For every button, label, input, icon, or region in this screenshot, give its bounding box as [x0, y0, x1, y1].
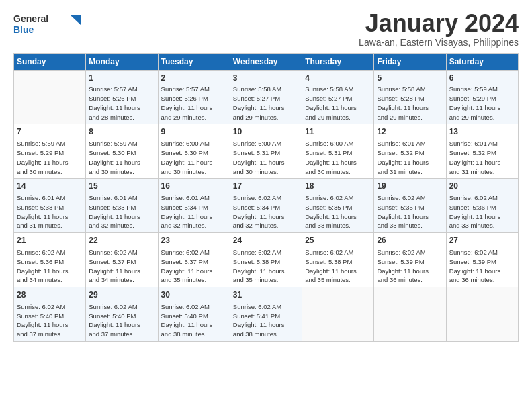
day-number: 27 — [449, 235, 515, 246]
day-info: Sunrise: 6:02 AM Sunset: 5:40 PM Dayligh… — [89, 302, 154, 339]
day-info: Sunrise: 5:58 AM Sunset: 5:27 PM Dayligh… — [233, 85, 299, 122]
table-row: 25Sunrise: 6:02 AM Sunset: 5:38 PM Dayli… — [302, 233, 374, 287]
day-number: 1 — [89, 73, 154, 84]
day-info: Sunrise: 5:59 AM Sunset: 5:29 PM Dayligh… — [449, 85, 515, 122]
table-row: 11Sunrise: 6:00 AM Sunset: 5:31 PM Dayli… — [302, 124, 374, 179]
day-info: Sunrise: 6:01 AM Sunset: 5:32 PM Dayligh… — [449, 139, 515, 176]
weekday-header-row: Sunday Monday Tuesday Wednesday Thursday… — [14, 53, 519, 70]
month-title: January 2024 — [359, 10, 519, 37]
day-number: 17 — [233, 181, 299, 192]
table-row: 27Sunrise: 6:02 AM Sunset: 5:39 PM Dayli… — [446, 233, 518, 287]
table-row: 8Sunrise: 5:59 AM Sunset: 5:30 PM Daylig… — [86, 124, 158, 179]
logo: General Blue — [13, 10, 81, 40]
day-info: Sunrise: 6:02 AM Sunset: 5:41 PM Dayligh… — [233, 302, 299, 339]
table-row — [302, 287, 374, 342]
table-row: 12Sunrise: 6:01 AM Sunset: 5:32 PM Dayli… — [374, 124, 446, 179]
day-number: 16 — [161, 181, 227, 192]
day-number: 7 — [17, 126, 83, 138]
table-row: 2Sunrise: 5:57 AM Sunset: 5:26 PM Daylig… — [158, 70, 230, 124]
table-row: 30Sunrise: 6:02 AM Sunset: 5:40 PM Dayli… — [158, 287, 230, 342]
day-info: Sunrise: 6:02 AM Sunset: 5:34 PM Dayligh… — [233, 193, 299, 230]
week-row-5: 28Sunrise: 6:02 AM Sunset: 5:40 PM Dayli… — [14, 287, 519, 342]
header: General Blue January 2024 Lawa-an, Easte… — [13, 10, 519, 48]
header-sunday: Sunday — [14, 53, 86, 70]
table-row: 16Sunrise: 6:01 AM Sunset: 5:34 PM Dayli… — [158, 179, 230, 233]
day-info: Sunrise: 6:01 AM Sunset: 5:32 PM Dayligh… — [377, 139, 443, 176]
table-row: 23Sunrise: 6:02 AM Sunset: 5:37 PM Dayli… — [158, 233, 230, 287]
calendar-table: Sunday Monday Tuesday Wednesday Thursday… — [13, 53, 519, 342]
table-row: 3Sunrise: 5:58 AM Sunset: 5:27 PM Daylig… — [230, 70, 302, 124]
logo-text: General Blue — [13, 10, 81, 40]
week-row-3: 14Sunrise: 6:01 AM Sunset: 5:33 PM Dayli… — [14, 179, 519, 233]
table-row — [14, 70, 86, 124]
day-info: Sunrise: 6:02 AM Sunset: 5:38 PM Dayligh… — [305, 248, 371, 285]
day-info: Sunrise: 6:02 AM Sunset: 5:38 PM Dayligh… — [233, 248, 299, 285]
day-number: 13 — [449, 126, 515, 138]
day-number: 15 — [89, 181, 154, 192]
svg-text:Blue: Blue — [13, 24, 34, 35]
day-number: 21 — [17, 235, 83, 246]
day-number: 30 — [161, 289, 227, 301]
day-info: Sunrise: 6:02 AM Sunset: 5:35 PM Dayligh… — [305, 193, 371, 230]
day-number: 6 — [449, 73, 515, 84]
day-info: Sunrise: 6:02 AM Sunset: 5:36 PM Dayligh… — [17, 248, 83, 285]
day-number: 19 — [377, 181, 443, 192]
day-number: 8 — [89, 126, 154, 138]
svg-marker-1 — [71, 15, 81, 25]
day-info: Sunrise: 6:02 AM Sunset: 5:36 PM Dayligh… — [449, 193, 515, 230]
table-row: 20Sunrise: 6:02 AM Sunset: 5:36 PM Dayli… — [446, 179, 518, 233]
header-thursday: Thursday — [302, 53, 374, 70]
location: Lawa-an, Eastern Visayas, Philippines — [359, 37, 519, 48]
table-row: 18Sunrise: 6:02 AM Sunset: 5:35 PM Dayli… — [302, 179, 374, 233]
table-row: 10Sunrise: 6:00 AM Sunset: 5:31 PM Dayli… — [230, 124, 302, 179]
day-number: 25 — [305, 235, 371, 246]
day-info: Sunrise: 6:01 AM Sunset: 5:33 PM Dayligh… — [89, 193, 154, 230]
week-row-2: 7Sunrise: 5:59 AM Sunset: 5:29 PM Daylig… — [14, 124, 519, 179]
day-number: 12 — [377, 126, 443, 138]
day-info: Sunrise: 6:01 AM Sunset: 5:33 PM Dayligh… — [17, 193, 83, 230]
week-row-4: 21Sunrise: 6:02 AM Sunset: 5:36 PM Dayli… — [14, 233, 519, 287]
day-number: 31 — [233, 289, 299, 301]
table-row: 9Sunrise: 6:00 AM Sunset: 5:30 PM Daylig… — [158, 124, 230, 179]
day-info: Sunrise: 6:02 AM Sunset: 5:35 PM Dayligh… — [377, 193, 443, 230]
day-number: 20 — [449, 181, 515, 192]
table-row: 31Sunrise: 6:02 AM Sunset: 5:41 PM Dayli… — [230, 287, 302, 342]
day-info: Sunrise: 6:02 AM Sunset: 5:39 PM Dayligh… — [377, 248, 443, 285]
day-number: 28 — [17, 289, 83, 301]
day-info: Sunrise: 5:57 AM Sunset: 5:26 PM Dayligh… — [161, 85, 227, 122]
week-row-1: 1Sunrise: 5:57 AM Sunset: 5:26 PM Daylig… — [14, 70, 519, 124]
day-info: Sunrise: 6:00 AM Sunset: 5:31 PM Dayligh… — [305, 139, 371, 176]
day-info: Sunrise: 5:58 AM Sunset: 5:28 PM Dayligh… — [377, 85, 443, 122]
day-number: 18 — [305, 181, 371, 192]
day-number: 11 — [305, 126, 371, 138]
day-number: 5 — [377, 73, 443, 84]
table-row: 5Sunrise: 5:58 AM Sunset: 5:28 PM Daylig… — [374, 70, 446, 124]
table-row: 28Sunrise: 6:02 AM Sunset: 5:40 PM Dayli… — [14, 287, 86, 342]
day-info: Sunrise: 6:02 AM Sunset: 5:40 PM Dayligh… — [17, 302, 83, 339]
day-info: Sunrise: 6:00 AM Sunset: 5:31 PM Dayligh… — [233, 139, 299, 176]
table-row: 22Sunrise: 6:02 AM Sunset: 5:37 PM Dayli… — [86, 233, 158, 287]
table-row: 14Sunrise: 6:01 AM Sunset: 5:33 PM Dayli… — [14, 179, 86, 233]
day-info: Sunrise: 6:00 AM Sunset: 5:30 PM Dayligh… — [161, 139, 227, 176]
table-row: 24Sunrise: 6:02 AM Sunset: 5:38 PM Dayli… — [230, 233, 302, 287]
day-number: 10 — [233, 126, 299, 138]
calendar-page: General Blue January 2024 Lawa-an, Easte… — [0, 0, 532, 411]
day-number: 23 — [161, 235, 227, 246]
day-info: Sunrise: 6:02 AM Sunset: 5:40 PM Dayligh… — [161, 302, 227, 339]
day-info: Sunrise: 5:57 AM Sunset: 5:26 PM Dayligh… — [89, 85, 154, 122]
day-number: 24 — [233, 235, 299, 246]
table-row — [374, 287, 446, 342]
day-info: Sunrise: 6:02 AM Sunset: 5:39 PM Dayligh… — [449, 248, 515, 285]
title-area: January 2024 Lawa-an, Eastern Visayas, P… — [359, 10, 519, 48]
day-info: Sunrise: 5:59 AM Sunset: 5:29 PM Dayligh… — [17, 139, 83, 176]
table-row: 13Sunrise: 6:01 AM Sunset: 5:32 PM Dayli… — [446, 124, 518, 179]
table-row: 29Sunrise: 6:02 AM Sunset: 5:40 PM Dayli… — [86, 287, 158, 342]
svg-text:General: General — [13, 13, 48, 24]
table-row: 1Sunrise: 5:57 AM Sunset: 5:26 PM Daylig… — [86, 70, 158, 124]
day-number: 29 — [89, 289, 154, 301]
day-number: 22 — [89, 235, 154, 246]
day-number: 9 — [161, 126, 227, 138]
day-info: Sunrise: 5:58 AM Sunset: 5:27 PM Dayligh… — [305, 85, 371, 122]
table-row: 6Sunrise: 5:59 AM Sunset: 5:29 PM Daylig… — [446, 70, 518, 124]
day-number: 26 — [377, 235, 443, 246]
